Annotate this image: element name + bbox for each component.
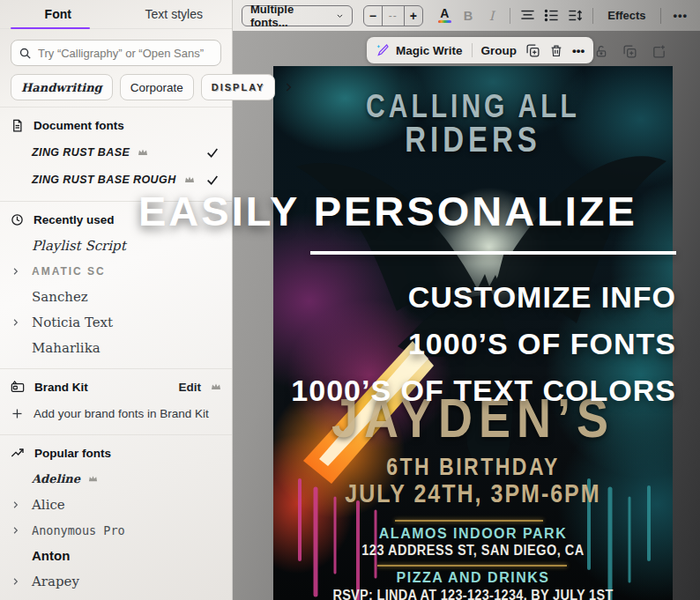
design-page[interactable]: CALLING ALL RIDERS JAYDEN’S 6TH BIRTHDAY…: [273, 66, 673, 600]
font-search[interactable]: [11, 40, 221, 66]
expand-chevron-icon[interactable]: [11, 500, 20, 509]
expand-chevron-icon[interactable]: [11, 576, 20, 586]
delete-button[interactable]: [549, 43, 563, 58]
font-size-value[interactable]: --: [382, 6, 405, 26]
chevron-down-icon: [336, 11, 344, 21]
trending-up-icon: [11, 447, 25, 459]
text-format-toolbar: Multiple fonts... − -- + A B I: [233, 0, 700, 31]
text-color-button[interactable]: A: [436, 4, 454, 27]
font-item-maharlika[interactable]: Maharlika: [0, 335, 232, 360]
font-category-chips: Handwriting Corporate DISPLAY: [11, 74, 221, 100]
brand-kit-edit-button[interactable]: Edit: [179, 381, 202, 394]
brand-kit-icon: [11, 381, 25, 393]
poster-birthday-text[interactable]: 6TH BIRTHDAY: [273, 456, 673, 479]
magic-write-icon: [376, 43, 390, 57]
font-item-alice[interactable]: Alice: [0, 492, 232, 517]
add-brand-fonts-button[interactable]: Add your brand fonts in Brand Kit: [0, 400, 232, 426]
section-recently-used: Recently used Playlist Script AMATIC SC …: [0, 201, 232, 360]
font-item-adeline[interactable]: Adeline: [0, 466, 232, 492]
toolbar-divider: [472, 43, 473, 57]
font-item-zing-rust-base-rough[interactable]: ZING RUST BASE ROUGH: [0, 166, 232, 193]
font-item-playlist-script[interactable]: Playlist Script: [0, 233, 232, 258]
tab-font[interactable]: Font: [0, 0, 116, 28]
line-spacing-icon: [568, 9, 583, 22]
poster-name-text[interactable]: JAYDEN’S: [273, 390, 673, 445]
rainbow-color-bar: [438, 20, 451, 24]
add-page-icon: [652, 44, 666, 59]
poster-divider-line: [377, 565, 567, 567]
font-item-arapey[interactable]: Arapey: [0, 568, 232, 594]
italic-button[interactable]: I: [482, 4, 501, 27]
duplicate-button[interactable]: [525, 43, 540, 58]
selected-check-icon: [205, 145, 220, 159]
font-item-zing-rust-base[interactable]: ZING RUST BASE: [0, 138, 232, 166]
toolbar-more-button[interactable]: •••: [669, 9, 691, 22]
canva-editor: Font Text styles Handwriting Corporate D…: [0, 0, 700, 600]
selected-check-icon: [205, 173, 220, 187]
font-item-architype-aubette[interactable]: ARCHITYPE AUBETTE: [0, 594, 232, 600]
chip-handwriting[interactable]: Handwriting: [11, 74, 113, 100]
duplicate-page-button[interactable]: [622, 44, 637, 59]
add-page-button[interactable]: [652, 44, 666, 59]
brand-kit-header: Brand Kit: [34, 381, 88, 394]
tab-text-styles[interactable]: Text styles: [116, 0, 233, 28]
canvas-area: Multiple fonts... − -- + A B I: [233, 0, 700, 600]
section-document-fonts: Document fonts ZING RUST BASE ZING RUST …: [0, 107, 232, 193]
font-selector[interactable]: Multiple fonts...: [242, 5, 353, 26]
text-align-button[interactable]: [519, 4, 538, 27]
chips-next-button[interactable]: [282, 81, 294, 93]
poster-food-text[interactable]: PIZZA AND DRINKS: [273, 570, 673, 586]
lock-button[interactable]: [594, 44, 608, 59]
font-size-increase-button[interactable]: +: [405, 6, 422, 26]
group-button[interactable]: Group: [481, 44, 518, 57]
document-icon: [11, 119, 24, 132]
font-item-anton[interactable]: Anton: [0, 543, 232, 568]
font-item-noticia-text[interactable]: Noticia Text: [0, 309, 232, 335]
chip-corporate[interactable]: Corporate: [120, 74, 194, 100]
section-popular-fonts: Popular fonts Adeline Alice Anonymous Pr…: [0, 434, 232, 600]
clock-icon: [11, 213, 24, 226]
font-item-anonymous-pro[interactable]: Anonymous Pro: [0, 517, 232, 543]
selection-more-button[interactable]: •••: [572, 44, 585, 57]
font-item-sanchez[interactable]: Sanchez: [0, 284, 232, 309]
trash-icon: [549, 43, 563, 58]
expand-chevron-icon[interactable]: [11, 525, 20, 535]
plus-icon: [11, 407, 24, 420]
poster-address-text[interactable]: 123 ADDRESS ST, SAN DIEGO, CA: [273, 543, 673, 557]
expand-chevron-icon[interactable]: [11, 266, 20, 276]
font-size-stepper: − -- +: [363, 5, 424, 26]
search-input[interactable]: [38, 47, 213, 60]
pro-crown-icon: [211, 382, 221, 391]
selection-toolbar: Magic Write Group: [367, 37, 593, 63]
duplicate-page-icon: [622, 44, 637, 59]
poster-venue-text[interactable]: ALAMOS INDOOR PARK: [273, 526, 673, 542]
section-brand-kit: Brand Kit Edit Add your brand fonts in B…: [0, 368, 232, 426]
pro-crown-icon: [88, 475, 98, 483]
chip-display[interactable]: DISPLAY: [201, 74, 276, 100]
poster-heading-line1[interactable]: CALLING ALL: [273, 91, 673, 121]
poster-heading-line2[interactable]: RIDERS: [273, 122, 673, 156]
magic-write-button[interactable]: Magic Write: [376, 43, 463, 57]
toolbar-divider: [510, 8, 510, 24]
sidebar-tabs: Font Text styles: [0, 0, 232, 29]
search-icon: [19, 47, 32, 60]
page-controls: [594, 44, 666, 59]
font-size-decrease-button[interactable]: −: [364, 6, 382, 26]
list-button[interactable]: [542, 4, 561, 27]
poster-divider-line: [395, 520, 543, 522]
expand-chevron-icon[interactable]: [11, 317, 20, 327]
duplicate-icon: [525, 43, 540, 58]
toolbar-divider: [592, 8, 593, 24]
toolbar-divider: [660, 8, 661, 24]
effects-button[interactable]: Effects: [602, 9, 651, 22]
font-item-amatic-sc[interactable]: AMATIC SC: [0, 258, 232, 284]
recently-used-header: Recently used: [34, 213, 115, 226]
pro-crown-icon: [184, 175, 195, 184]
poster-datetime-text[interactable]: JULY 24TH, 3PM-6PM: [273, 480, 673, 506]
unlock-icon: [594, 44, 608, 59]
poster-rsvp-text[interactable]: RSVP: LINDA AT 123-123-1234. BY JULY 1ST: [273, 588, 673, 600]
document-fonts-header: Document fonts: [34, 119, 124, 132]
font-sidebar: Font Text styles Handwriting Corporate D…: [0, 0, 233, 600]
line-spacing-button[interactable]: [566, 4, 585, 27]
bold-button[interactable]: B: [459, 4, 478, 27]
